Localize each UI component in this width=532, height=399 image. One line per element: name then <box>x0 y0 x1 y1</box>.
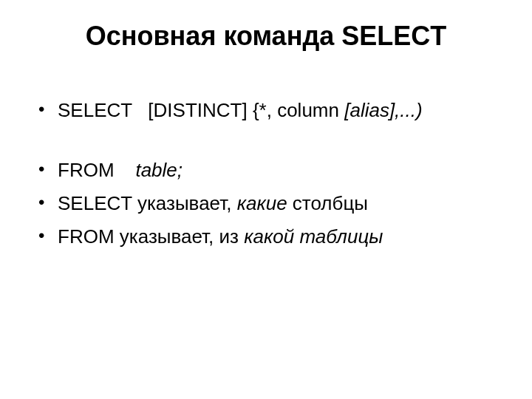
bullet-list: SELECT [DISTINCT] {*, column [alias],...… <box>30 96 502 251</box>
spacer <box>37 129 502 156</box>
from-desc-italic: какой таблицы <box>244 225 383 248</box>
select-syntax-alias: [alias],...) <box>344 99 422 121</box>
from-desc-pre: FROM указывает, из <box>58 225 244 248</box>
bullet-item-from-syntax: FROM table; <box>37 156 502 185</box>
from-keyword: FROM <box>58 156 135 185</box>
slide-title: Основная команда SELECT <box>30 21 502 52</box>
bullet-item-from-desc: FROM указывает, из какой таблицы <box>37 222 502 251</box>
select-desc-post: столбцы <box>287 192 368 214</box>
bullet-item-select-desc: SELECT указывает, какие столбцы <box>37 189 502 218</box>
from-table: table; <box>135 159 183 181</box>
bullet-item-select-syntax: SELECT [DISTINCT] {*, column [alias],...… <box>37 96 502 125</box>
select-desc-pre: SELECT указывает, <box>58 192 237 214</box>
select-keyword: SELECT <box>58 96 148 125</box>
select-syntax-plain: [DISTINCT] {*, column <box>148 99 344 121</box>
select-desc-italic: какие <box>237 192 287 214</box>
